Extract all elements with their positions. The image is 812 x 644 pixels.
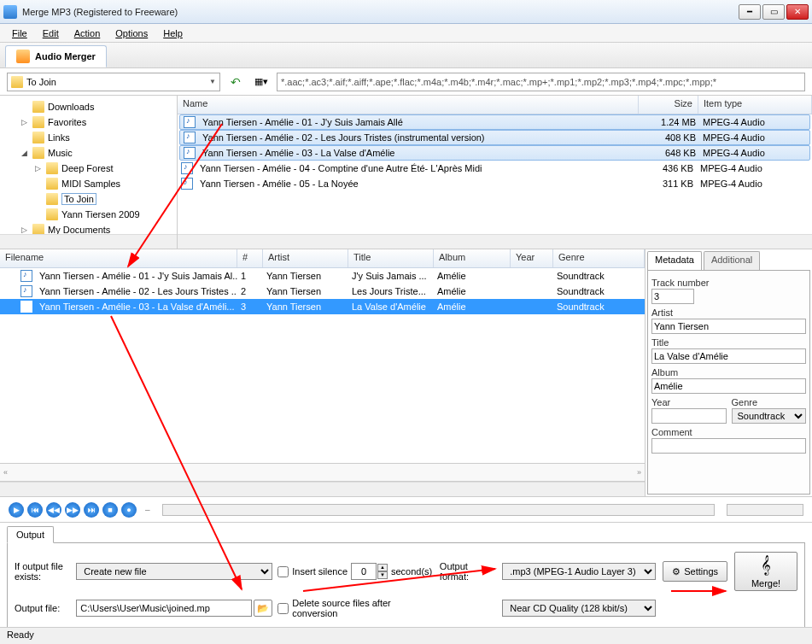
tree-item[interactable]: ◢Music xyxy=(2,145,175,161)
file-row[interactable]: Yann Tiersen - Amélie - 03 - La Valse d'… xyxy=(179,145,810,161)
menu-file[interactable]: File xyxy=(5,26,34,40)
tree-hscroll[interactable] xyxy=(0,234,177,249)
up-folder-button[interactable]: ↶ xyxy=(225,72,246,92)
tree-item[interactable]: Yann Tiersen 2009 xyxy=(2,207,175,222)
maximize-button[interactable]: ▭ xyxy=(762,4,785,20)
expand-icon[interactable]: ◢ xyxy=(19,149,29,157)
output-body: If output file exists: Create new file I… xyxy=(7,542,805,628)
seek-slider[interactable] xyxy=(162,504,715,516)
location-toolbar: To Join ▼ ↶ ▦▾ *.aac;*.ac3;*.aif;*.aiff;… xyxy=(0,68,812,96)
field-genre[interactable]: Soundtrack xyxy=(732,408,807,424)
expand-icon[interactable]: ▷ xyxy=(19,225,29,234)
col-artist[interactable]: Artist xyxy=(263,249,348,267)
tree-label: Downloads xyxy=(48,102,94,112)
field-comment[interactable] xyxy=(651,438,806,454)
file-row[interactable]: Yann Tiersen - Amélie - 02 - Les Jours T… xyxy=(179,130,810,145)
spin-up-icon[interactable]: ▲ xyxy=(377,564,388,571)
window-controls: ━ ▭ ✕ xyxy=(739,4,809,20)
folder-combo[interactable]: To Join ▼ xyxy=(7,73,220,91)
col-genre[interactable]: Genre xyxy=(553,249,645,267)
insert-silence-checkbox[interactable] xyxy=(277,566,289,577)
queue-grid: Filename # Artist Title Album Year Genre… xyxy=(0,249,646,496)
tree-item[interactable]: To Join xyxy=(2,191,175,207)
tab-output[interactable]: Output xyxy=(7,526,54,543)
volume-slider[interactable] xyxy=(727,504,803,516)
col-size[interactable]: Size xyxy=(639,96,698,114)
rewind-button[interactable]: ◀◀ xyxy=(46,502,61,518)
col-type[interactable]: Item type xyxy=(698,96,812,114)
tree-item[interactable]: Downloads xyxy=(2,99,175,114)
chevron-down-icon: ▼ xyxy=(209,78,216,85)
menu-help[interactable]: Help xyxy=(156,26,190,40)
spin-down-icon[interactable]: ▼ xyxy=(377,571,388,579)
queue-area: Filename # Artist Title Album Year Genre… xyxy=(0,249,812,497)
col-filename[interactable]: Filename xyxy=(0,249,237,267)
quality-select[interactable]: Near CD Quality (128 kbit/s) xyxy=(502,600,656,617)
file-row[interactable]: Yann Tiersen - Amélie - 04 - Comptine d'… xyxy=(178,161,812,176)
menu-edit[interactable]: Edit xyxy=(36,26,66,40)
if-exists-select[interactable]: Create new file xyxy=(76,563,272,580)
minimize-button[interactable]: ━ xyxy=(739,4,761,20)
field-tracknum[interactable] xyxy=(651,289,694,304)
output-format-select[interactable]: .mp3 (MPEG-1 Audio Layer 3) xyxy=(502,563,656,580)
tab-additional[interactable]: Additional xyxy=(704,251,760,270)
queue-header[interactable]: Filename # Artist Title Album Year Genre xyxy=(0,249,645,268)
output-file-field[interactable] xyxy=(76,600,252,617)
forward-button[interactable]: ▶▶ xyxy=(65,502,80,518)
folder-icon xyxy=(32,116,44,128)
cell-genre: Soundtrack xyxy=(553,271,645,281)
cell-type: MPEG-4 Audio xyxy=(699,117,809,127)
queue-nav-bar[interactable]: «» xyxy=(0,463,645,482)
col-name[interactable]: Name xyxy=(178,96,639,114)
tab-audio-merger[interactable]: Audio Merger xyxy=(5,45,107,67)
folder-icon xyxy=(46,178,58,190)
col-year[interactable]: Year xyxy=(511,249,553,267)
file-filter-field[interactable]: *.aac;*.ac3;*.aif;*.aiff;*.ape;*.flac;*.… xyxy=(277,73,805,91)
file-grid-header[interactable]: Name Size Item type xyxy=(178,96,812,114)
queue-row[interactable]: Yann Tiersen - Amélie - 01 - J'y Suis Ja… xyxy=(0,268,645,284)
browse-button[interactable]: 📂 xyxy=(254,600,272,617)
file-hscroll[interactable] xyxy=(178,234,812,249)
field-title[interactable] xyxy=(651,348,806,364)
cell-filename: Yann Tiersen - Amélie - 01 - J'y Suis Ja… xyxy=(36,271,237,281)
silence-value[interactable] xyxy=(351,563,377,580)
field-album[interactable] xyxy=(651,378,806,394)
field-year[interactable] xyxy=(651,408,727,424)
cell-size: 408 KB xyxy=(640,132,699,143)
play-button[interactable]: ▶ xyxy=(9,502,24,518)
menu-options[interactable]: Options xyxy=(108,26,155,40)
next-track-button[interactable]: ⏭ xyxy=(84,502,99,518)
file-row[interactable]: Yann Tiersen - Amélie - 01 - J'y Suis Ja… xyxy=(179,114,810,130)
queue-row[interactable]: Yann Tiersen - Amélie - 03 - La Valse d'… xyxy=(0,299,645,314)
close-button[interactable]: ✕ xyxy=(786,4,809,20)
silence-seconds-spinner[interactable]: ▲▼ xyxy=(351,563,388,580)
player-controls: ▶ ⏮ ◀◀ ▶▶ ⏭ ■ ● – xyxy=(0,497,812,523)
cell-artist: Yann Tiersen xyxy=(263,302,348,312)
view-mode-button[interactable]: ▦▾ xyxy=(251,72,272,92)
tree-item[interactable]: Links xyxy=(2,130,175,145)
expand-icon[interactable]: ▷ xyxy=(19,118,29,126)
merge-button[interactable]: 𝄞 Merge! xyxy=(734,552,797,591)
delete-source-checkbox[interactable] xyxy=(277,603,289,614)
col-num[interactable]: # xyxy=(237,249,263,267)
field-artist[interactable] xyxy=(651,319,806,334)
tree-item[interactable]: MIDI Samples xyxy=(2,176,175,191)
menu-action[interactable]: Action xyxy=(67,26,108,40)
col-album[interactable]: Album xyxy=(434,249,511,267)
stop-button[interactable]: ■ xyxy=(102,502,118,518)
settings-button[interactable]: ⚙Settings xyxy=(663,561,727,582)
tab-metadata[interactable]: Metadata xyxy=(647,251,702,270)
status-text: Ready xyxy=(7,629,34,640)
prev-track-button[interactable]: ⏮ xyxy=(27,502,43,518)
label-if-exists: If output file exists: xyxy=(15,561,71,582)
tree-item[interactable]: ▷Deep Forest xyxy=(2,161,175,176)
record-button[interactable]: ● xyxy=(121,502,137,518)
label-year: Year xyxy=(651,397,727,407)
folder-tree[interactable]: Downloads▷FavoritesLinks◢Music▷Deep Fore… xyxy=(0,96,178,249)
col-title[interactable]: Title xyxy=(348,249,434,267)
queue-hscroll[interactable] xyxy=(0,482,645,496)
tree-item[interactable]: ▷Favorites xyxy=(2,114,175,130)
file-row[interactable]: Yann Tiersen - Amélie - 05 - La Noyée311… xyxy=(178,176,812,191)
expand-icon[interactable]: ▷ xyxy=(32,164,43,173)
queue-row[interactable]: Yann Tiersen - Amélie - 02 - Les Jours T… xyxy=(0,284,645,299)
